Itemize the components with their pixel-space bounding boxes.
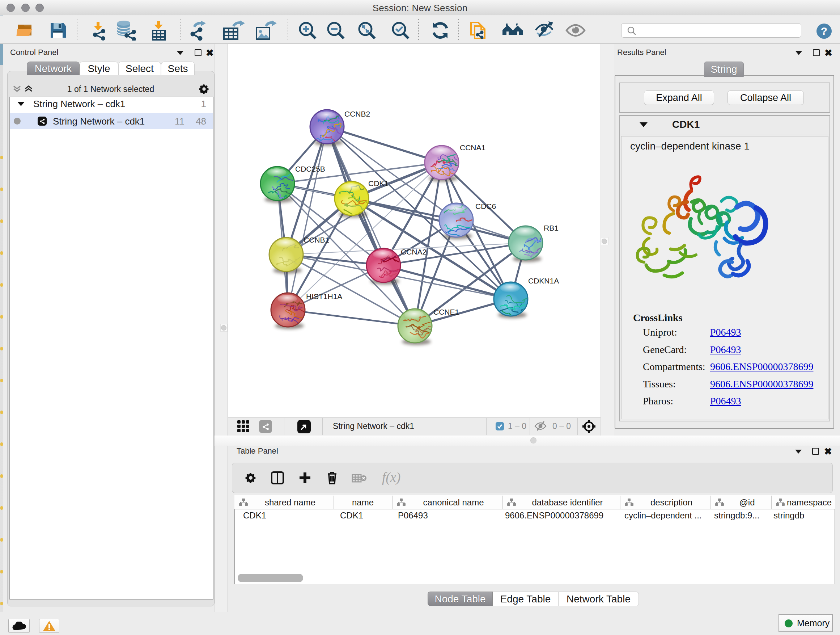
svg-text:CDC25B: CDC25B xyxy=(295,165,325,173)
svg-text:?: ? xyxy=(821,25,827,37)
svg-text:CCNB1: CCNB1 xyxy=(303,236,329,244)
svg-text:CCNE1: CCNE1 xyxy=(433,308,459,316)
svg-text:CDC6: CDC6 xyxy=(475,202,496,211)
svg-text:CCNB2: CCNB2 xyxy=(344,110,370,118)
svg-text:CDKN1A: CDKN1A xyxy=(528,277,559,285)
svg-text:RB1: RB1 xyxy=(544,224,559,232)
svg-text:HIST1H1A: HIST1H1A xyxy=(306,292,342,301)
svg-text:CDK1: CDK1 xyxy=(368,179,388,187)
svg-text:CCNA1: CCNA1 xyxy=(460,143,485,152)
svg-text:CCNA2: CCNA2 xyxy=(401,248,426,256)
